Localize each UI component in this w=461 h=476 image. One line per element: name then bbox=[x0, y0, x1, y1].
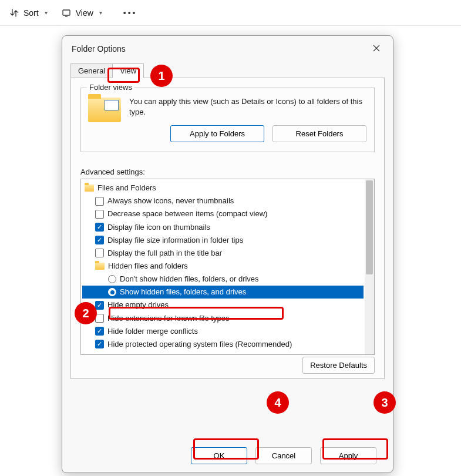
folder-views-group: Folder views You can apply this view (su… bbox=[80, 88, 375, 152]
close-icon bbox=[373, 45, 380, 52]
more-icon: ••• bbox=[123, 8, 137, 18]
tree-item[interactable]: ✓Hide empty drives bbox=[82, 299, 364, 311]
svg-rect-0 bbox=[63, 10, 70, 15]
restore-defaults-button[interactable]: Restore Defaults bbox=[302, 357, 375, 374]
scrollbar[interactable] bbox=[365, 179, 374, 354]
radio-icon[interactable] bbox=[108, 275, 116, 283]
tree-item-radio[interactable]: Don't show hidden files, folders, or dri… bbox=[82, 273, 364, 286]
tree-item[interactable]: Display the full path in the title bar bbox=[82, 247, 364, 260]
sort-button[interactable]: Sort ▾ bbox=[9, 8, 48, 18]
folder-icon bbox=[88, 98, 121, 122]
reset-folders-button[interactable]: Reset Folders bbox=[272, 125, 366, 142]
folder-options-dialog: Folder Options General View Folder views… bbox=[62, 35, 393, 473]
radio-icon[interactable] bbox=[108, 288, 116, 296]
checkbox-icon[interactable]: ✓ bbox=[95, 236, 104, 244]
explorer-toolbar: Sort ▾ View ▾ ••• bbox=[0, 0, 461, 26]
annotation-3: 3 bbox=[373, 391, 396, 414]
tree-item[interactable]: Hide extensions for known file types bbox=[82, 312, 364, 325]
annotation-1: 1 bbox=[150, 65, 173, 87]
tree-item[interactable]: Decrease space between items (compact vi… bbox=[82, 207, 364, 220]
annotation-4: 4 bbox=[267, 391, 289, 414]
folder-icon bbox=[85, 185, 94, 192]
chevron-down-icon: ▾ bbox=[99, 9, 102, 16]
sort-label: Sort bbox=[23, 8, 39, 18]
tab-content: Folder views You can apply this view (su… bbox=[70, 78, 385, 379]
apply-button[interactable]: Apply bbox=[320, 447, 376, 464]
advanced-settings-tree[interactable]: Files and Folders Always show icons, nev… bbox=[80, 179, 375, 355]
tree-item[interactable]: Always show icons, never thumbnails bbox=[82, 195, 364, 207]
tree-group-hidden[interactable]: Hidden files and folders bbox=[82, 260, 364, 273]
folder-icon bbox=[95, 263, 105, 270]
tree-group-files[interactable]: Files and Folders bbox=[82, 182, 364, 195]
dialog-footer: OK Cancel Apply bbox=[191, 447, 376, 464]
view-icon bbox=[62, 8, 71, 18]
checkbox-icon[interactable]: ✓ bbox=[95, 301, 104, 310]
sort-icon bbox=[9, 8, 19, 18]
tab-general[interactable]: General bbox=[70, 63, 113, 78]
tree-item[interactable]: ✓Hide folder merge conflicts bbox=[82, 325, 364, 338]
dialog-title: Folder Options bbox=[72, 44, 126, 53]
tree-item[interactable]: ✓Display file size information in folder… bbox=[82, 234, 364, 247]
tree-item[interactable]: ✓Hide protected operating system files (… bbox=[82, 338, 364, 351]
tabs: General View bbox=[62, 63, 393, 78]
apply-to-folders-button[interactable]: Apply to Folders bbox=[170, 125, 264, 142]
tab-view[interactable]: View bbox=[112, 63, 144, 78]
checkbox-icon[interactable]: ✓ bbox=[95, 340, 104, 348]
tree-item[interactable]: Launch folder windows in a separate proc… bbox=[82, 351, 364, 352]
scrollbar-thumb[interactable] bbox=[366, 180, 373, 274]
tree-label: Files and Folders bbox=[97, 182, 156, 194]
ok-button[interactable]: OK bbox=[191, 447, 247, 464]
tree-item-radio-selected[interactable]: Show hidden files, folders, and drives bbox=[82, 286, 364, 299]
view-label: View bbox=[76, 8, 93, 18]
view-button[interactable]: View ▾ bbox=[62, 8, 102, 18]
checkbox-icon[interactable]: ✓ bbox=[95, 223, 104, 232]
annotation-2: 2 bbox=[75, 302, 97, 324]
cancel-button[interactable]: Cancel bbox=[255, 447, 312, 464]
close-button[interactable] bbox=[369, 42, 383, 56]
more-button[interactable]: ••• bbox=[123, 8, 137, 18]
folder-views-title: Folder views bbox=[87, 83, 134, 92]
checkbox-icon[interactable] bbox=[95, 197, 104, 206]
advanced-settings-label: Advanced settings: bbox=[80, 167, 375, 176]
checkbox-icon[interactable]: ✓ bbox=[95, 327, 104, 336]
checkbox-icon[interactable] bbox=[95, 210, 104, 219]
tree-item[interactable]: ✓Display file icon on thumbnails bbox=[82, 221, 364, 234]
chevron-down-icon: ▾ bbox=[45, 9, 48, 16]
folder-views-description: You can apply this view (such as Details… bbox=[129, 96, 367, 117]
dialog-header: Folder Options bbox=[62, 36, 393, 59]
checkbox-icon[interactable] bbox=[95, 249, 104, 257]
